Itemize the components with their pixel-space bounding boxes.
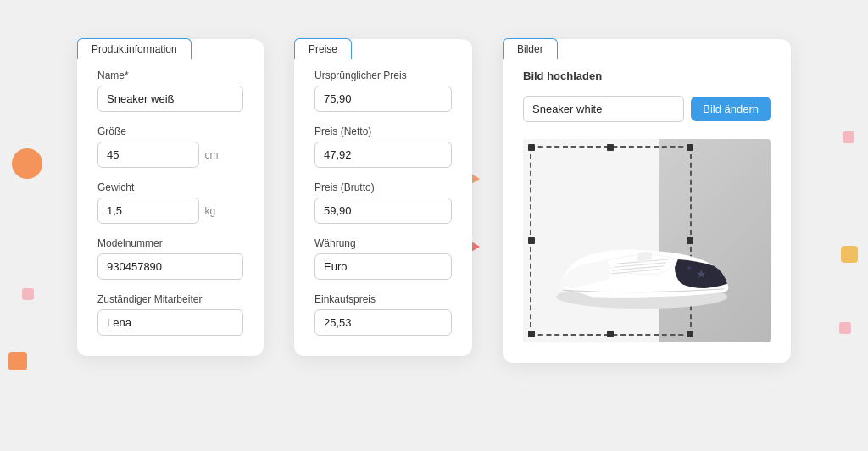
handle-lm[interactable]: [528, 237, 535, 244]
field-brutto: Preis (Brutto): [314, 181, 452, 224]
input-urspruenglich[interactable]: [314, 86, 452, 112]
tab-produktinfo[interactable]: Produktinformation: [77, 38, 192, 59]
input-einkauf[interactable]: [314, 309, 452, 336]
input-netto[interactable]: [314, 142, 452, 168]
input-groesse[interactable]: [97, 142, 199, 168]
bild-upload-label: Bild hochladen: [523, 70, 771, 82]
field-mitarbeiter: Zuständiger Mitarbeiter: [97, 293, 243, 336]
page-wrapper: Produktinformation Name* Größe cm Gewich…: [0, 0, 868, 451]
sneaker-image: ★ ★: [540, 161, 750, 334]
input-gewicht[interactable]: [97, 198, 199, 224]
label-waehrung: Währung: [314, 237, 452, 249]
label-groesse: Größe: [97, 125, 243, 137]
handle-bl[interactable]: [528, 331, 535, 337]
field-groesse: Größe cm: [97, 125, 243, 168]
input-waehrung[interactable]: [314, 253, 452, 280]
field-gewicht: Gewicht kg: [97, 181, 243, 224]
label-name: Name*: [97, 70, 243, 81]
card-preise: Preise Ursprünglicher Preis Preis (Netto…: [294, 39, 472, 356]
label-urspruenglich: Ursprünglicher Preis: [314, 70, 452, 81]
svg-text:★: ★: [686, 264, 693, 272]
deco-pink-sq-right-bot: [839, 322, 851, 334]
unit-groesse: cm: [204, 149, 218, 161]
deco-pink-square-left: [22, 288, 34, 300]
deco-orange-circle: [12, 148, 42, 179]
input-mitarbeiter[interactable]: [97, 309, 243, 336]
card-bilder: Bilder Bild hochladen Bild ändern: [503, 39, 791, 363]
input-brutto[interactable]: [314, 198, 452, 224]
deco-pink-sq-right-top: [843, 131, 854, 143]
tab-bilder[interactable]: Bilder: [503, 38, 558, 59]
tab-preise[interactable]: Preise: [294, 38, 352, 59]
label-brutto: Preis (Brutto): [314, 181, 452, 193]
image-preview-area: ★ ★: [523, 139, 771, 342]
handle-tm[interactable]: [607, 144, 614, 151]
label-gewicht: Gewicht: [97, 181, 243, 193]
bild-aendern-button[interactable]: Bild ändern: [691, 97, 771, 121]
label-modell: Modelnummer: [97, 237, 243, 249]
bild-input-row: Bild ändern: [523, 96, 771, 122]
field-urspruenglich: Ursprünglicher Preis: [314, 70, 452, 112]
label-netto: Preis (Netto): [314, 125, 452, 137]
field-name: Name*: [97, 70, 243, 112]
deco-orange-square-bottom: [8, 352, 27, 370]
bild-filename-input[interactable]: [523, 96, 684, 122]
field-netto: Preis (Netto): [314, 125, 452, 168]
field-einkauf: Einkaufspreis: [314, 293, 452, 336]
field-waehrung: Währung: [314, 237, 452, 280]
svg-text:★: ★: [696, 268, 707, 281]
label-mitarbeiter: Zuständiger Mitarbeiter: [97, 293, 243, 305]
input-name[interactable]: [97, 86, 243, 112]
field-modell: Modelnummer: [97, 237, 243, 280]
label-einkauf: Einkaufspreis: [314, 293, 452, 305]
card-produktinfo: Produktinformation Name* Größe cm Gewich…: [77, 39, 264, 356]
deco-orange-sq-right: [841, 246, 858, 263]
unit-gewicht: kg: [204, 205, 215, 217]
input-modell[interactable]: [97, 253, 243, 280]
handle-tl[interactable]: [528, 144, 535, 151]
handle-tr[interactable]: [687, 144, 693, 151]
